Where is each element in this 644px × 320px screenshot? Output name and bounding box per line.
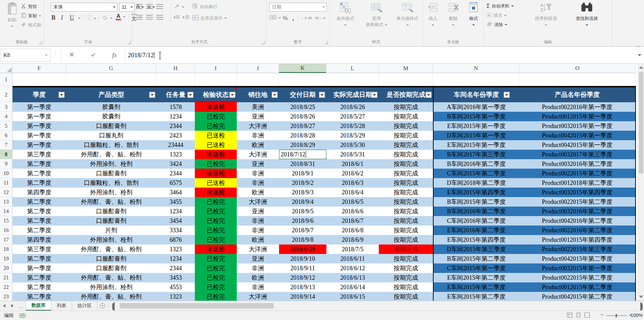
tab-scroll-left-button[interactable] <box>0 301 8 311</box>
column-header-I[interactable]: I <box>195 64 237 73</box>
cell-H19[interactable]: 1234 <box>157 254 195 263</box>
cell-I4[interactable]: 已检完 <box>195 112 237 121</box>
align-right-icon[interactable] <box>156 15 163 20</box>
cell-J4[interactable]: 亚洲 <box>237 112 279 121</box>
cell-F9[interactable]: 第二季度 <box>13 159 66 169</box>
row-number-12[interactable]: 12 <box>0 188 13 197</box>
cell-O16[interactable]: Product0022016年第二季度 <box>519 226 636 235</box>
cell-G21[interactable]: 外用酊、膏、贴、粉剂 <box>66 273 157 282</box>
cell-I6[interactable]: 已送检 <box>195 131 237 140</box>
cell-H10[interactable]: 2344 <box>157 169 195 178</box>
row-number-8[interactable]: 8 <box>0 150 13 159</box>
cell-H1[interactable] <box>157 73 195 86</box>
cell-G23[interactable]: 外用酊、膏、贴、粉剂 <box>66 292 157 301</box>
cell-M12[interactable]: 按期完成 <box>379 188 433 197</box>
formula-bar-collapse-icon[interactable] <box>638 54 641 56</box>
cell-I17[interactable]: 已检完 <box>195 235 237 244</box>
filter-dropdown-M[interactable] <box>426 92 432 98</box>
cell-J14[interactable]: 亚洲 <box>237 207 279 216</box>
copy-button[interactable]: 复制 <box>21 13 41 19</box>
row-number-5[interactable]: 5 <box>0 121 13 131</box>
cell-L18[interactable]: 2018/7/5 <box>326 244 379 254</box>
cell-I21[interactable]: 已检完 <box>195 273 237 282</box>
column-header-O[interactable]: O <box>519 64 636 73</box>
cell-L14[interactable]: 2018/6/6 <box>326 207 379 216</box>
cell-G19[interactable]: 口服酊膏剂 <box>66 254 157 263</box>
cell-G9[interactable]: 外用涂剂、栓剂 <box>66 159 157 169</box>
cell-N5[interactable]: E车间2015年第一季度 <box>433 121 519 131</box>
cell-I9[interactable]: 已检完 <box>195 159 237 169</box>
cell-N6[interactable]: D车间2015年第一季度 <box>433 131 519 140</box>
cell-G5[interactable]: 口服酊膏剂 <box>66 121 157 131</box>
cell-F14[interactable]: 第二季度 <box>13 207 66 216</box>
cell-M14[interactable]: 按期完成 <box>379 207 433 216</box>
row-number-15[interactable]: 15 <box>0 216 13 226</box>
find-select-button[interactable]: 查找和选择 <box>565 2 609 28</box>
cell-N17[interactable]: E车间2015年第四季度 <box>433 235 519 244</box>
cell-J3[interactable]: 美洲 <box>237 102 279 112</box>
filter-dropdown-K[interactable] <box>319 92 325 98</box>
table-header-H[interactable]: 任务量 <box>157 86 195 102</box>
cell-I16[interactable]: 已检完 <box>195 226 237 235</box>
cell-K21[interactable]: 2018/9/12 <box>279 273 326 282</box>
cell-N19[interactable]: B车间2015年第二季度 <box>433 254 519 263</box>
sort-filter-button[interactable]: AZ 排序和筛选 <box>527 2 565 28</box>
cell-F6[interactable]: 第一季度 <box>13 131 66 140</box>
cell-L20[interactable]: 2018/6/12 <box>326 263 379 273</box>
column-header-N[interactable]: N <box>433 64 519 73</box>
cell-O15[interactable]: Product0042016年第二季度 <box>519 216 636 226</box>
cell-I7[interactable]: 已送检 <box>195 140 237 150</box>
cell-K15[interactable]: 2018/9/6 <box>279 216 326 226</box>
cell-I14[interactable]: 已检完 <box>195 207 237 216</box>
cell-J6[interactable]: 非洲 <box>237 131 279 140</box>
cell-M15[interactable]: 按期完成 <box>379 216 433 226</box>
cell-N23[interactable]: E车间2015年第二季度 <box>433 292 519 301</box>
cell-J9[interactable]: 亚洲 <box>237 159 279 169</box>
cell-J13[interactable]: 大洋洲 <box>237 197 279 207</box>
cell-H13[interactable]: 3455 <box>157 197 195 207</box>
cell-K19[interactable]: 2018/9/10 <box>279 254 326 263</box>
cell-O18[interactable]: Product0022015年第三季度 <box>519 244 636 254</box>
decrease-decimal-button[interactable]: .00 →.0 <box>315 16 325 20</box>
cell-F10[interactable]: 第二季度 <box>13 169 66 178</box>
row-number-23[interactable]: 23 <box>0 292 13 301</box>
cell-O14[interactable]: Product0032016年第二季度 <box>519 207 636 216</box>
cell-J19[interactable]: 亚洲 <box>237 254 279 263</box>
cell-M17[interactable]: 按期完成 <box>379 235 433 244</box>
cell-N4[interactable]: B车间2015年第一季度 <box>433 112 519 121</box>
filter-dropdown-G[interactable] <box>149 92 155 98</box>
cell-F20[interactable]: 第一季度 <box>13 263 66 273</box>
cell-G10[interactable]: 口服酊膏剂 <box>66 169 157 178</box>
cell-G22[interactable]: 外用涂剂、栓剂 <box>66 282 157 292</box>
cell-G16[interactable]: 片剂 <box>66 226 157 235</box>
align-top-icon[interactable] <box>136 4 143 9</box>
format-painter-button[interactable]: 格式刷 <box>21 22 41 28</box>
row-number-10[interactable]: 10 <box>0 169 13 178</box>
cell-H21[interactable]: 3453 <box>157 273 195 282</box>
formula-input[interactable]: 2018/7/12 <box>126 49 634 62</box>
cell-H3[interactable]: 1578 <box>157 102 195 112</box>
cell-N10[interactable]: C车间2015年第二季度 <box>433 169 519 178</box>
name-box[interactable]: K8 <box>0 49 51 62</box>
underline-button[interactable]: U <box>70 14 74 21</box>
cell-K16[interactable]: 2018/9/7 <box>279 226 326 235</box>
cell-N14[interactable]: B车间2016年第二季度 <box>433 207 519 216</box>
cell-M20[interactable]: 按期完成 <box>379 263 433 273</box>
cell-K3[interactable]: 2018/8/25 <box>279 102 326 112</box>
cell-J1[interactable] <box>237 73 279 86</box>
cell-I18[interactable]: 未送检 <box>195 244 237 254</box>
cell-M5[interactable]: 按期完成 <box>379 121 433 131</box>
cell-I19[interactable]: 已检完 <box>195 254 237 263</box>
cell-O21[interactable]: Product0022015年第二季度 <box>519 273 636 282</box>
cell-H12[interactable]: 3464 <box>157 188 195 197</box>
cell-N8[interactable]: B车间2017年第三季度 <box>433 150 519 159</box>
cell-G17[interactable]: 外用涂剂、栓剂 <box>66 235 157 244</box>
filter-dropdown-L[interactable] <box>371 92 377 98</box>
cell-J12[interactable]: 欧洲 <box>237 188 279 197</box>
cell-J21[interactable]: 欧洲 <box>237 273 279 282</box>
cell-M9[interactable]: 按期完成 <box>379 159 433 169</box>
cell-N16[interactable]: E车间2016年第二季度 <box>433 226 519 235</box>
fill-button[interactable]: 填充 <box>486 12 507 19</box>
cell-K20[interactable]: 2018/9/11 <box>279 263 326 273</box>
table-header-F[interactable]: 季度 <box>13 86 66 102</box>
